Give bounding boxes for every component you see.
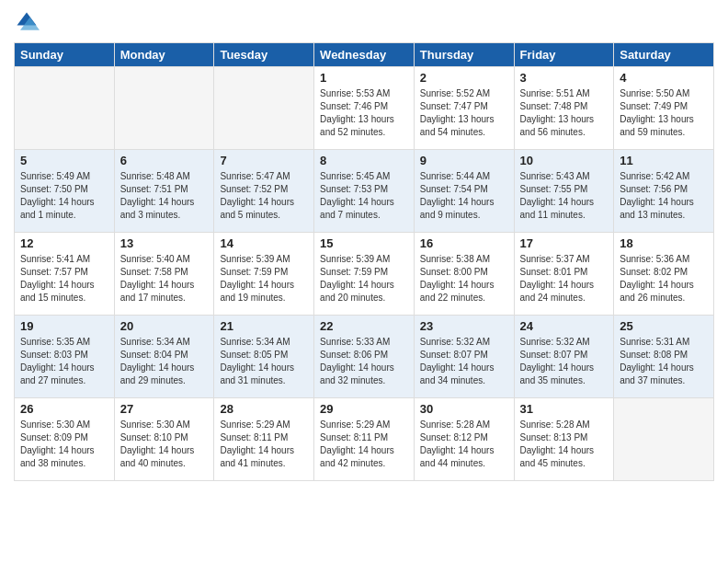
calendar-cell: 1Sunrise: 5:53 AMSunset: 7:46 PMDaylight…: [314, 67, 415, 150]
calendar-cell: 25Sunrise: 5:31 AMSunset: 8:08 PMDayligh…: [614, 316, 714, 398]
calendar-cell: 26Sunrise: 5:30 AMSunset: 8:09 PMDayligh…: [15, 398, 115, 481]
day-number: 24: [520, 319, 609, 333]
day-info: Sunrise: 5:39 AMSunset: 7:59 PMDaylight:…: [220, 253, 308, 304]
column-header-thursday: Thursday: [414, 43, 514, 67]
calendar-cell: 6Sunrise: 5:48 AMSunset: 7:51 PMDaylight…: [114, 150, 214, 233]
day-info: Sunrise: 5:28 AMSunset: 8:13 PMDaylight:…: [520, 419, 609, 470]
day-number: 26: [20, 402, 108, 416]
column-header-tuesday: Tuesday: [214, 43, 314, 67]
column-header-saturday: Saturday: [614, 43, 714, 67]
calendar-cell: 30Sunrise: 5:28 AMSunset: 8:12 PMDayligh…: [414, 398, 514, 481]
logo-icon: [14, 9, 40, 35]
day-number: 7: [220, 154, 308, 167]
calendar-cell: 22Sunrise: 5:33 AMSunset: 8:06 PMDayligh…: [314, 316, 415, 398]
day-info: Sunrise: 5:48 AMSunset: 7:51 PMDaylight:…: [120, 170, 209, 222]
day-info: Sunrise: 5:42 AMSunset: 7:56 PMDaylight:…: [620, 170, 708, 222]
day-number: 23: [420, 319, 508, 333]
page-header: [14, 9, 714, 35]
day-number: 5: [20, 154, 108, 167]
day-number: 14: [220, 236, 308, 250]
day-number: 1: [320, 71, 408, 85]
day-number: 12: [20, 236, 108, 250]
calendar-cell: 27Sunrise: 5:30 AMSunset: 8:10 PMDayligh…: [114, 398, 214, 481]
day-info: Sunrise: 5:38 AMSunset: 8:00 PMDaylight:…: [420, 253, 508, 304]
calendar-cell: 10Sunrise: 5:43 AMSunset: 7:55 PMDayligh…: [514, 150, 614, 233]
calendar-cell: 3Sunrise: 5:51 AMSunset: 7:48 PMDaylight…: [514, 67, 614, 150]
day-info: Sunrise: 5:35 AMSunset: 8:03 PMDaylight:…: [20, 336, 108, 387]
calendar-cell: 7Sunrise: 5:47 AMSunset: 7:52 PMDaylight…: [214, 150, 314, 233]
calendar-cell: 28Sunrise: 5:29 AMSunset: 8:11 PMDayligh…: [214, 398, 314, 481]
calendar-body: 1Sunrise: 5:53 AMSunset: 7:46 PMDaylight…: [15, 67, 714, 481]
calendar-week-row: 5Sunrise: 5:49 AMSunset: 7:50 PMDaylight…: [15, 150, 714, 233]
calendar-cell: [15, 67, 115, 150]
day-info: Sunrise: 5:49 AMSunset: 7:50 PMDaylight:…: [20, 170, 108, 222]
day-info: Sunrise: 5:52 AMSunset: 7:47 PMDaylight:…: [420, 87, 508, 139]
day-info: Sunrise: 5:29 AMSunset: 8:11 PMDaylight:…: [220, 419, 308, 470]
column-header-monday: Monday: [114, 43, 214, 67]
calendar-cell: [114, 67, 214, 150]
calendar-cell: 21Sunrise: 5:34 AMSunset: 8:05 PMDayligh…: [214, 316, 314, 398]
calendar-cell: 4Sunrise: 5:50 AMSunset: 7:49 PMDaylight…: [614, 67, 714, 150]
calendar-cell: 15Sunrise: 5:39 AMSunset: 7:59 PMDayligh…: [314, 233, 415, 316]
day-number: 10: [520, 154, 609, 167]
day-info: Sunrise: 5:34 AMSunset: 8:04 PMDaylight:…: [120, 336, 209, 387]
column-header-wednesday: Wednesday: [314, 43, 415, 67]
day-number: 28: [220, 402, 308, 416]
calendar-cell: 19Sunrise: 5:35 AMSunset: 8:03 PMDayligh…: [15, 316, 115, 398]
day-number: 8: [320, 154, 408, 167]
day-info: Sunrise: 5:45 AMSunset: 7:53 PMDaylight:…: [320, 170, 408, 222]
day-number: 15: [320, 236, 408, 250]
day-info: Sunrise: 5:41 AMSunset: 7:57 PMDaylight:…: [20, 253, 108, 304]
day-number: 13: [120, 236, 209, 250]
calendar-cell: 20Sunrise: 5:34 AMSunset: 8:04 PMDayligh…: [114, 316, 214, 398]
day-number: 6: [120, 154, 209, 167]
day-number: 2: [420, 71, 508, 85]
calendar-cell: 29Sunrise: 5:29 AMSunset: 8:11 PMDayligh…: [314, 398, 415, 481]
day-number: 4: [620, 71, 708, 85]
day-info: Sunrise: 5:34 AMSunset: 8:05 PMDaylight:…: [220, 336, 308, 387]
calendar-cell: 17Sunrise: 5:37 AMSunset: 8:01 PMDayligh…: [514, 233, 614, 316]
calendar-cell: [614, 398, 714, 481]
calendar-cell: 2Sunrise: 5:52 AMSunset: 7:47 PMDaylight…: [414, 67, 514, 150]
day-number: 18: [620, 236, 708, 250]
day-number: 3: [520, 71, 609, 85]
day-info: Sunrise: 5:32 AMSunset: 8:07 PMDaylight:…: [420, 336, 508, 387]
calendar-cell: 5Sunrise: 5:49 AMSunset: 7:50 PMDaylight…: [15, 150, 115, 233]
calendar-cell: 11Sunrise: 5:42 AMSunset: 7:56 PMDayligh…: [614, 150, 714, 233]
day-number: 31: [520, 402, 609, 416]
day-number: 17: [520, 236, 609, 250]
day-info: Sunrise: 5:53 AMSunset: 7:46 PMDaylight:…: [320, 87, 408, 139]
day-number: 25: [620, 319, 708, 333]
calendar-cell: 23Sunrise: 5:32 AMSunset: 8:07 PMDayligh…: [414, 316, 514, 398]
day-number: 27: [120, 402, 209, 416]
day-number: 29: [320, 402, 408, 416]
day-info: Sunrise: 5:36 AMSunset: 8:02 PMDaylight:…: [620, 253, 708, 304]
day-number: 22: [320, 319, 408, 333]
calendar-header-row: SundayMondayTuesdayWednesdayThursdayFrid…: [15, 43, 714, 67]
day-info: Sunrise: 5:51 AMSunset: 7:48 PMDaylight:…: [520, 87, 609, 139]
day-number: 9: [420, 154, 508, 167]
column-header-friday: Friday: [514, 43, 614, 67]
column-header-sunday: Sunday: [15, 43, 115, 67]
calendar-cell: 14Sunrise: 5:39 AMSunset: 7:59 PMDayligh…: [214, 233, 314, 316]
calendar-cell: 8Sunrise: 5:45 AMSunset: 7:53 PMDaylight…: [314, 150, 415, 233]
day-info: Sunrise: 5:37 AMSunset: 8:01 PMDaylight:…: [520, 253, 609, 304]
calendar-cell: 9Sunrise: 5:44 AMSunset: 7:54 PMDaylight…: [414, 150, 514, 233]
calendar-week-row: 26Sunrise: 5:30 AMSunset: 8:09 PMDayligh…: [15, 398, 714, 481]
day-info: Sunrise: 5:33 AMSunset: 8:06 PMDaylight:…: [320, 336, 408, 387]
day-info: Sunrise: 5:40 AMSunset: 7:58 PMDaylight:…: [120, 253, 209, 304]
day-info: Sunrise: 5:43 AMSunset: 7:55 PMDaylight:…: [520, 170, 609, 222]
day-info: Sunrise: 5:39 AMSunset: 7:59 PMDaylight:…: [320, 253, 408, 304]
day-number: 19: [20, 319, 108, 333]
day-info: Sunrise: 5:30 AMSunset: 8:10 PMDaylight:…: [120, 419, 209, 470]
day-info: Sunrise: 5:44 AMSunset: 7:54 PMDaylight:…: [420, 170, 508, 222]
calendar-cell: 18Sunrise: 5:36 AMSunset: 8:02 PMDayligh…: [614, 233, 714, 316]
calendar-week-row: 12Sunrise: 5:41 AMSunset: 7:57 PMDayligh…: [15, 233, 714, 316]
calendar-cell: 16Sunrise: 5:38 AMSunset: 8:00 PMDayligh…: [414, 233, 514, 316]
calendar-cell: 13Sunrise: 5:40 AMSunset: 7:58 PMDayligh…: [114, 233, 214, 316]
calendar-cell: 31Sunrise: 5:28 AMSunset: 8:13 PMDayligh…: [514, 398, 614, 481]
logo: [14, 9, 43, 35]
day-info: Sunrise: 5:31 AMSunset: 8:08 PMDaylight:…: [620, 336, 708, 387]
day-info: Sunrise: 5:32 AMSunset: 8:07 PMDaylight:…: [520, 336, 609, 387]
day-number: 11: [620, 154, 708, 167]
